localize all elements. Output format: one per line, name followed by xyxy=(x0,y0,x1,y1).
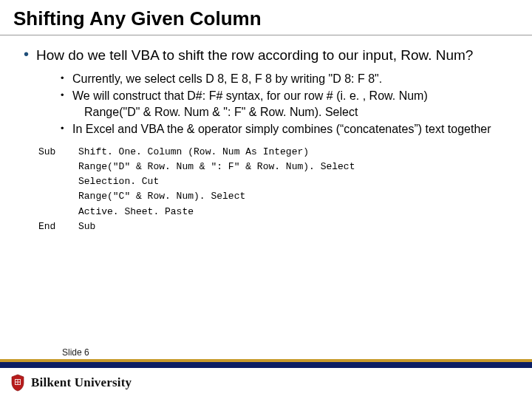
bullet-text: How do we tell VBA to shift the row acco… xyxy=(36,46,473,65)
code-keyword xyxy=(38,174,71,189)
code-block: Sub Shift. One. Column (Row. Num As Inte… xyxy=(38,145,513,234)
code-text: Sub xyxy=(71,219,95,234)
content-area: • How do we tell VBA to shift the row ac… xyxy=(0,35,532,399)
code-text: Selection. Cut xyxy=(71,174,159,189)
logo-row: Bilkent University xyxy=(10,374,132,392)
svg-rect-1 xyxy=(16,380,18,382)
sub-bullet-icon: • xyxy=(61,121,72,137)
code-line: Selection. Cut xyxy=(38,174,513,189)
sub-bullet-text: In Excel and VBA the & operator simply c… xyxy=(72,121,513,137)
code-keyword xyxy=(38,205,71,219)
slide-number: Slide 6 xyxy=(62,347,89,358)
code-text: Active. Sheet. Paste xyxy=(71,205,194,219)
sub-bullet-line2: Range("D" & Row. Num & ": F" & Row. Num)… xyxy=(84,106,358,118)
sub-bullet: • In Excel and VBA the & operator simply… xyxy=(61,121,513,137)
svg-rect-2 xyxy=(18,380,21,382)
sub-bullet: • We will construct that D#: F# syntax, … xyxy=(61,88,513,120)
code-keyword xyxy=(38,189,71,204)
code-keyword: End xyxy=(38,219,71,234)
crest-icon xyxy=(10,374,25,392)
code-text: Range("D" & Row. Num & ": F" & Row. Num)… xyxy=(71,160,355,174)
slide: Shifting Any Given Column • How do we te… xyxy=(0,0,532,399)
navy-bar xyxy=(0,362,532,368)
sub-bullet: • Currently, we select cells D 8, E 8, F… xyxy=(61,71,513,87)
code-line: Sub Shift. One. Column (Row. Num As Inte… xyxy=(38,145,513,160)
code-text: Shift. One. Column (Row. Num As Integer) xyxy=(71,145,309,160)
slide-title: Shifting Any Given Column xyxy=(13,7,519,30)
bullet-level1: • How do we tell VBA to shift the row ac… xyxy=(19,46,513,65)
university-name: Bilkent University xyxy=(31,375,132,390)
code-keyword xyxy=(38,160,71,174)
code-text: Range("C" & Row. Num). Select xyxy=(71,189,245,204)
code-line: Range("C" & Row. Num). Select xyxy=(38,189,513,204)
sub-bullet-icon: • xyxy=(61,88,72,120)
code-line: Range("D" & Row. Num & ": F" & Row. Num)… xyxy=(38,160,513,174)
footer-bars xyxy=(0,359,532,368)
title-row: Shifting Any Given Column xyxy=(0,0,532,33)
svg-rect-4 xyxy=(18,383,21,385)
code-keyword: Sub xyxy=(38,145,71,160)
svg-rect-3 xyxy=(16,383,18,385)
bullet-icon: • xyxy=(24,46,29,65)
sub-bullet-text: We will construct that D#: F# syntax, fo… xyxy=(72,88,513,120)
code-line: Active. Sheet. Paste xyxy=(38,205,513,219)
sub-bullet-list: • Currently, we select cells D 8, E 8, F… xyxy=(61,71,513,137)
sub-bullet-text: Currently, we select cells D 8, E 8, F 8… xyxy=(72,71,513,87)
sub-bullet-icon: • xyxy=(61,71,72,87)
code-line: End Sub xyxy=(38,219,513,234)
sub-bullet-line1: We will construct that D#: F# syntax, fo… xyxy=(72,89,428,102)
